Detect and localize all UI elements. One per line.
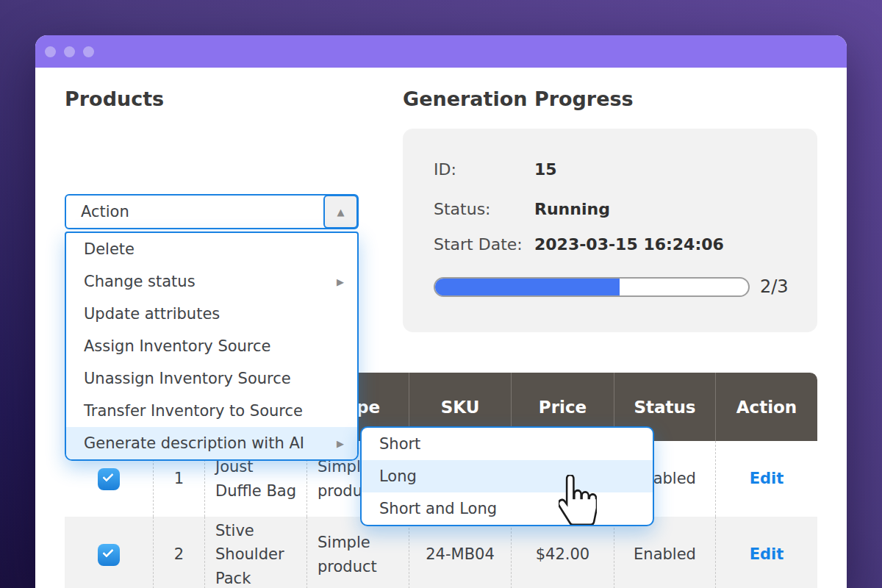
progress-field-status: Status: Running xyxy=(434,198,817,220)
menu-item-label: Short and Long xyxy=(379,500,497,517)
window-control-dot[interactable] xyxy=(45,46,56,57)
field-label: Start Date: xyxy=(434,235,534,254)
field-value: 15 xyxy=(534,160,557,179)
submenu-arrow-icon: ▶ xyxy=(337,439,344,448)
menu-item-label: Update attributes xyxy=(84,305,220,323)
edit-link[interactable]: Edit xyxy=(750,467,784,491)
checkmark-icon xyxy=(102,546,114,558)
products-title: Products xyxy=(65,88,164,110)
menu-item-label: Transfer Inventory to Source xyxy=(84,402,303,420)
description-submenu: Short Long Short and Long xyxy=(360,426,654,526)
progress-fill xyxy=(435,279,620,295)
table-row: 2 Stive Shoulder Pack Simple product 24-… xyxy=(65,517,817,588)
hand-pointer-cursor xyxy=(559,475,597,525)
window-titlebar xyxy=(35,35,847,68)
menu-item-generate-description-with-ai[interactable]: Generate description with AI ▶ xyxy=(66,427,357,459)
select-collapse-button[interactable]: ▲ xyxy=(323,195,358,229)
submenu-item-short-and-long[interactable]: Short and Long xyxy=(362,492,653,525)
menu-item-label: Delete xyxy=(84,240,135,258)
field-value: Running xyxy=(534,200,610,218)
field-value: 2023-03-15 16:24:06 xyxy=(534,235,724,254)
window-control-dot[interactable] xyxy=(64,46,75,57)
menu-item-label: Long xyxy=(379,467,417,485)
field-label: Status: xyxy=(434,200,534,218)
menu-item-label: Short xyxy=(379,435,420,453)
menu-item-transfer-inventory-to-source[interactable]: Transfer Inventory to Source xyxy=(66,395,357,427)
submenu-item-short[interactable]: Short xyxy=(362,428,653,460)
edit-link[interactable]: Edit xyxy=(750,542,784,567)
menu-item-label: Generate description with AI xyxy=(84,434,304,452)
progress-count-label: 2/3 xyxy=(760,276,789,297)
price-cell: $42.00 xyxy=(511,517,614,588)
progress-field-start-date: Start Date: 2023-03-15 16:24:06 xyxy=(434,233,817,255)
status-cell: Enabled xyxy=(614,517,715,588)
checkbox-cell xyxy=(65,517,153,588)
progress-bar-row: 2/3 xyxy=(434,276,789,297)
menu-item-update-attributes[interactable]: Update attributes xyxy=(66,298,357,330)
action-select-label: Action xyxy=(81,203,129,220)
menu-item-delete[interactable]: Delete xyxy=(66,233,357,265)
app-window: Products Generation Progress ID: 15 Stat… xyxy=(35,35,847,588)
menu-item-label: Assign Inventory Source xyxy=(84,337,271,355)
action-cell: Edit xyxy=(715,441,817,517)
menu-item-label: Unassign Inventory Source xyxy=(84,370,291,387)
header-action-col: Action xyxy=(715,373,817,441)
menu-item-change-status[interactable]: Change status ▶ xyxy=(66,265,357,298)
submenu-item-long[interactable]: Long xyxy=(362,460,653,492)
row-checkbox-checked[interactable] xyxy=(98,468,120,490)
progress-field-id: ID: 15 xyxy=(434,158,817,180)
action-select[interactable]: Action ▲ xyxy=(65,194,359,229)
generation-progress-card: ID: 15 Status: Running Start Date: 2023-… xyxy=(403,129,817,332)
window-control-dot[interactable] xyxy=(83,46,94,57)
row-checkbox-checked[interactable] xyxy=(98,544,120,566)
generation-progress-title: Generation Progress xyxy=(403,88,634,110)
number-cell: 2 xyxy=(153,517,204,588)
sku-cell: 24-MB04 xyxy=(409,517,511,588)
menu-item-label: Change status xyxy=(84,273,196,290)
triangle-up-icon: ▲ xyxy=(337,207,345,217)
name-cell: Stive Shoulder Pack xyxy=(204,517,306,588)
action-dropdown-menu: Delete Change status ▶ Update attributes… xyxy=(65,232,359,461)
progress-bar xyxy=(434,277,750,297)
type-cell: Simple product xyxy=(306,517,409,588)
menu-item-unassign-inventory-source[interactable]: Unassign Inventory Source xyxy=(66,362,357,395)
field-label: ID: xyxy=(434,160,534,179)
checkmark-icon xyxy=(102,470,114,482)
submenu-arrow-icon: ▶ xyxy=(337,277,344,287)
action-cell: Edit xyxy=(715,517,817,588)
menu-item-assign-inventory-source[interactable]: Assign Inventory Source xyxy=(66,330,357,362)
